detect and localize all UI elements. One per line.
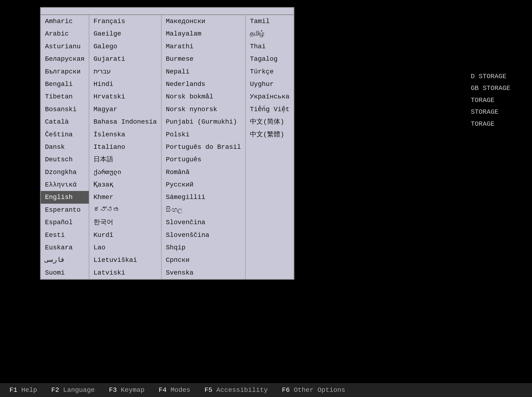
language-item-3-8[interactable]: 中文(简体) <box>246 116 294 128</box>
language-item-1-8[interactable]: Bahasa Indonesia <box>89 116 161 128</box>
language-item-2-13[interactable]: Русский <box>161 179 245 191</box>
language-item-0-15[interactable]: Esperanto <box>41 204 89 216</box>
right-panel: D STORAGEGB STORAGETORAGESTORAGETORAGE <box>471 71 532 130</box>
bottom-key-f1[interactable]: F1 Help <box>9 386 37 394</box>
language-item-2-4[interactable]: Nepali <box>161 65 245 78</box>
language-item-0-13[interactable]: Ελληνικά <box>41 179 89 191</box>
language-item-0-18[interactable]: Euskara <box>41 241 89 254</box>
bottom-key-f6[interactable]: F6 Other Options <box>282 386 345 394</box>
language-item-1-19[interactable]: Lietuviškai <box>89 254 161 266</box>
language-item-1-10[interactable]: Italiano <box>89 141 161 153</box>
language-item-2-12[interactable]: Română <box>161 166 245 179</box>
language-item-1-9[interactable]: Íslenska <box>89 128 161 141</box>
language-item-2-7[interactable]: Norsk nynorsk <box>161 103 245 116</box>
language-item-1-20[interactable]: Latviski <box>89 267 161 279</box>
language-item-0-14[interactable]: English <box>41 191 89 204</box>
language-item-2-16[interactable]: Slovenčina <box>161 216 245 229</box>
language-item-0-1[interactable]: Arabic <box>41 28 89 40</box>
language-item-1-11[interactable]: 日本語 <box>89 153 161 166</box>
bottom-bar: F1 HelpF2 LanguageF3 KeymapF4 ModesF5 Ac… <box>0 383 532 397</box>
language-dialog: AmharicArabicAsturianuБеларускаяБългарск… <box>40 7 294 280</box>
language-item-1-17[interactable]: Kurdî <box>89 229 161 241</box>
language-item-0-3[interactable]: Беларуская <box>41 53 89 65</box>
language-item-1-1[interactable]: Gaeilge <box>89 28 161 40</box>
language-item-2-9[interactable]: Polski <box>161 128 245 141</box>
language-item-2-6[interactable]: Norsk bokmål <box>161 90 245 103</box>
language-item-2-19[interactable]: Српски <box>161 254 245 266</box>
language-item-0-16[interactable]: Español <box>41 216 89 229</box>
language-item-2-2[interactable]: Marathi <box>161 40 245 53</box>
language-item-1-7[interactable]: Magyar <box>89 103 161 116</box>
language-item-1-2[interactable]: Galego <box>89 40 161 53</box>
language-grid: AmharicArabicAsturianuБеларускаяБългарск… <box>41 15 294 279</box>
language-item-2-20[interactable]: Svenska <box>161 267 245 279</box>
language-item-1-14[interactable]: Khmer <box>89 191 161 204</box>
language-item-3-7[interactable]: Tiếng Việt <box>246 103 294 116</box>
language-item-2-5[interactable]: Nederlands <box>161 78 245 90</box>
language-item-2-11[interactable]: Português <box>161 153 245 166</box>
language-item-1-4[interactable]: עברית <box>89 65 161 78</box>
language-item-0-17[interactable]: Eesti <box>41 229 89 241</box>
dialog-title <box>41 8 294 15</box>
language-item-1-12[interactable]: ქართული <box>89 166 161 179</box>
bottom-key-f4[interactable]: F4 Modes <box>159 386 190 394</box>
language-column-3: Tamilதமிழ்ThaiTagalogTürkçeUyghurУкраїнс… <box>246 15 294 279</box>
language-item-3-2[interactable]: Thai <box>246 40 294 53</box>
language-item-2-1[interactable]: Malayalam <box>161 28 245 40</box>
bottom-key-f3[interactable]: F3 Keymap <box>109 386 144 394</box>
language-item-3-4[interactable]: Türkçe <box>246 65 294 78</box>
language-item-1-0[interactable]: Français <box>89 15 161 28</box>
right-panel-item: STORAGE <box>471 106 530 118</box>
language-item-0-9[interactable]: Čeština <box>41 128 89 141</box>
language-item-3-9[interactable]: 中文(繁體) <box>246 128 294 141</box>
language-item-0-11[interactable]: Deutsch <box>41 153 89 166</box>
language-item-0-6[interactable]: Tibetan <box>41 90 89 103</box>
right-panel-item: TORAGE <box>471 94 530 106</box>
language-item-1-5[interactable]: Hindi <box>89 78 161 90</box>
right-panel-item: GB STORAGE <box>471 82 530 94</box>
right-panel-item: TORAGE <box>471 118 530 130</box>
language-item-2-8[interactable]: Punjabi (Gurmukhi) <box>161 116 245 128</box>
language-item-3-3[interactable]: Tagalog <box>246 53 294 65</box>
language-item-0-5[interactable]: Bengali <box>41 78 89 90</box>
language-column-2: МакедонскиMalayalamMarathiBurmeseNepaliN… <box>161 15 246 279</box>
language-item-2-17[interactable]: Slovenščina <box>161 229 245 241</box>
language-item-2-10[interactable]: Português do Brasil <box>161 141 245 153</box>
language-item-1-3[interactable]: Gujarati <box>89 53 161 65</box>
language-item-2-0[interactable]: Македонски <box>161 15 245 28</box>
language-item-3-6[interactable]: Українська <box>246 90 294 103</box>
language-item-1-6[interactable]: Hrvatski <box>89 90 161 103</box>
language-item-2-15[interactable]: සිංහල <box>161 204 245 216</box>
language-item-2-14[interactable]: Sámegillii <box>161 191 245 204</box>
language-item-0-19[interactable]: فارسی <box>41 254 89 266</box>
language-item-0-20[interactable]: Suomi <box>41 267 89 279</box>
language-item-0-0[interactable]: Amharic <box>41 15 89 28</box>
language-item-0-10[interactable]: Dansk <box>41 141 89 153</box>
bottom-key-f5[interactable]: F5 Accessibility <box>204 386 268 394</box>
language-item-3-0[interactable]: Tamil <box>246 15 294 28</box>
language-column-1: FrançaisGaeilgeGalegoGujaratiעבריתHindiH… <box>89 15 161 279</box>
language-item-1-18[interactable]: Lao <box>89 241 161 254</box>
language-item-0-2[interactable]: Asturianu <box>41 40 89 53</box>
language-item-1-15[interactable]: ಕನ್ನಡ <box>89 204 161 216</box>
language-item-3-1[interactable]: தமிழ் <box>246 28 294 40</box>
language-item-1-16[interactable]: 한국어 <box>89 216 161 229</box>
language-item-0-7[interactable]: Bosanski <box>41 103 89 116</box>
right-panel-item: D STORAGE <box>471 71 530 82</box>
language-item-1-13[interactable]: Қазақ <box>89 179 161 191</box>
language-item-2-18[interactable]: Shqip <box>161 241 245 254</box>
language-item-0-12[interactable]: Dzongkha <box>41 166 89 179</box>
bottom-key-f2[interactable]: F2 Language <box>51 386 95 394</box>
language-item-3-5[interactable]: Uyghur <box>246 78 294 90</box>
language-item-0-8[interactable]: Català <box>41 116 89 128</box>
language-item-2-3[interactable]: Burmese <box>161 53 245 65</box>
language-item-0-4[interactable]: Български <box>41 65 89 78</box>
language-column-0: AmharicArabicAsturianuБеларускаяБългарск… <box>41 15 89 279</box>
